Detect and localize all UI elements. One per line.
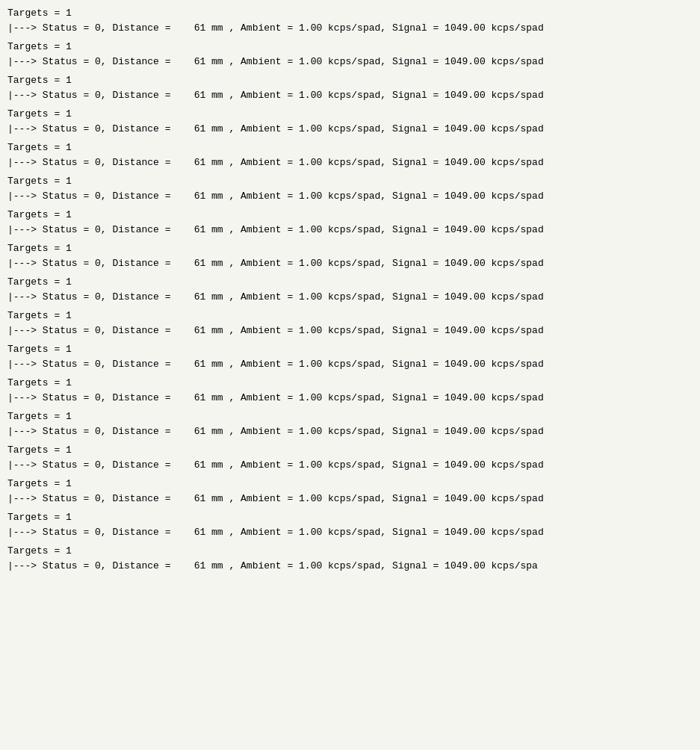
log-entry: Targets = 1|---> Status = 0, Distance = … <box>7 107 693 136</box>
log-line-status: |---> Status = 0, Distance = 61 mm , Amb… <box>7 391 693 406</box>
log-line-targets: Targets = 1 <box>7 544 693 559</box>
log-line-targets: Targets = 1 <box>7 40 693 55</box>
log-line-targets: Targets = 1 <box>7 275 693 290</box>
log-container: Targets = 1|---> Status = 0, Distance = … <box>7 6 693 573</box>
log-line-status: |---> Status = 0, Distance = 61 mm , Amb… <box>7 525 693 540</box>
log-entry: Targets = 1|---> Status = 0, Distance = … <box>7 409 693 438</box>
log-line-targets: Targets = 1 <box>7 174 693 189</box>
log-line-targets: Targets = 1 <box>7 376 693 391</box>
log-line-status: |---> Status = 0, Distance = 61 mm , Amb… <box>7 155 693 170</box>
log-line-targets: Targets = 1 <box>7 309 693 323</box>
log-line-targets: Targets = 1 <box>7 342 693 357</box>
log-line-status: |---> Status = 0, Distance = 61 mm , Amb… <box>7 21 693 36</box>
log-line-status: |---> Status = 0, Distance = 61 mm , Amb… <box>7 492 693 506</box>
log-line-targets: Targets = 1 <box>7 73 693 88</box>
log-line-targets: Targets = 1 <box>7 208 693 223</box>
log-entry: Targets = 1|---> Status = 0, Distance = … <box>7 309 693 338</box>
log-line-status: |---> Status = 0, Distance = 61 mm , Amb… <box>7 458 693 473</box>
log-entry: Targets = 1|---> Status = 0, Distance = … <box>7 40 693 69</box>
log-line-status: |---> Status = 0, Distance = 61 mm , Amb… <box>7 424 693 439</box>
log-entry: Targets = 1|---> Status = 0, Distance = … <box>7 241 693 270</box>
log-line-targets: Targets = 1 <box>7 241 693 256</box>
log-line-targets: Targets = 1 <box>7 443 693 458</box>
log-line-targets: Targets = 1 <box>7 6 693 21</box>
log-line-targets: Targets = 1 <box>7 409 693 424</box>
log-entry: Targets = 1|---> Status = 0, Distance = … <box>7 477 693 506</box>
log-line-status: |---> Status = 0, Distance = 61 mm , Amb… <box>7 223 693 238</box>
log-line-status: |---> Status = 0, Distance = 61 mm , Amb… <box>7 290 693 305</box>
log-line-status: |---> Status = 0, Distance = 61 mm , Amb… <box>7 256 693 271</box>
log-entry: Targets = 1|---> Status = 0, Distance = … <box>7 174 693 203</box>
log-line-status: |---> Status = 0, Distance = 61 mm , Amb… <box>7 122 693 137</box>
log-entry: Targets = 1|---> Status = 0, Distance = … <box>7 208 693 237</box>
log-entry: Targets = 1|---> Status = 0, Distance = … <box>7 6 693 35</box>
log-line-status: |---> Status = 0, Distance = 61 mm , Amb… <box>7 55 693 69</box>
log-entry: Targets = 1|---> Status = 0, Distance = … <box>7 376 693 405</box>
log-line-targets: Targets = 1 <box>7 510 693 525</box>
log-entry: Targets = 1|---> Status = 0, Distance = … <box>7 510 693 539</box>
log-line-targets: Targets = 1 <box>7 140 693 155</box>
log-line-status: |---> Status = 0, Distance = 61 mm , Amb… <box>7 88 693 103</box>
log-entry: Targets = 1|---> Status = 0, Distance = … <box>7 140 693 170</box>
log-line-status: |---> Status = 0, Distance = 61 mm , Amb… <box>7 189 693 204</box>
log-entry: Targets = 1|---> Status = 0, Distance = … <box>7 342 693 371</box>
log-line-status: |---> Status = 0, Distance = 61 mm , Amb… <box>7 357 693 372</box>
log-line-status: |---> Status = 0, Distance = 61 mm , Amb… <box>7 323 693 338</box>
log-line-status: |---> Status = 0, Distance = 61 mm , Amb… <box>7 559 693 574</box>
log-entry: Targets = 1|---> Status = 0, Distance = … <box>7 275 693 304</box>
log-entry: Targets = 1|---> Status = 0, Distance = … <box>7 443 693 472</box>
log-line-targets: Targets = 1 <box>7 477 693 492</box>
log-line-targets: Targets = 1 <box>7 107 693 122</box>
log-entry: Targets = 1|---> Status = 0, Distance = … <box>7 544 693 573</box>
log-entry: Targets = 1|---> Status = 0, Distance = … <box>7 73 693 102</box>
